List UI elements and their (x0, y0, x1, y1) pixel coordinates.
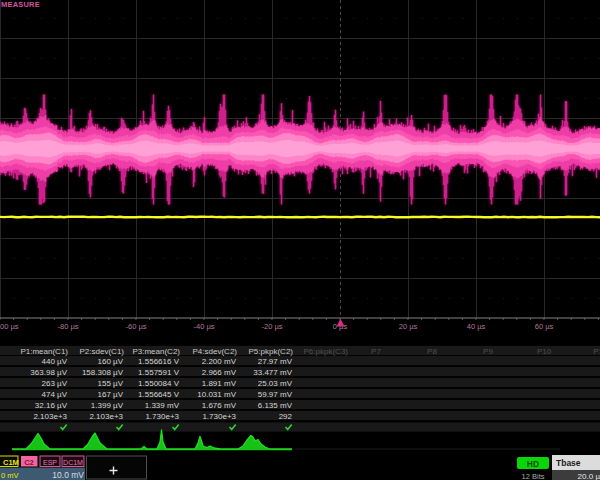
svg-text:DC1M: DC1M (63, 459, 83, 466)
svg-text:P9: P9 (483, 347, 493, 356)
svg-text:1.730e+3: 1.730e+3 (145, 412, 179, 421)
svg-text:ESP: ESP (43, 459, 57, 466)
svg-text:10.031 mV: 10.031 mV (197, 390, 236, 399)
svg-text:60 µs: 60 µs (535, 322, 554, 331)
svg-text:59.97 mV: 59.97 mV (258, 390, 293, 399)
svg-text:158.308 µV: 158.308 µV (82, 368, 124, 377)
svg-text:363.98 µV: 363.98 µV (30, 368, 67, 377)
svg-text:2.103e+3: 2.103e+3 (33, 412, 67, 421)
svg-text:160 µV: 160 µV (97, 357, 123, 366)
svg-text:P2:sdev(C1): P2:sdev(C1) (80, 347, 125, 356)
svg-text:263 µV: 263 µV (41, 379, 67, 388)
svg-text:P1:mean(C1): P1:mean(C1) (20, 347, 68, 356)
svg-text:P8: P8 (427, 347, 437, 356)
svg-text:0 mV: 0 mV (1, 471, 19, 480)
svg-text:1.730e+3: 1.730e+3 (202, 412, 236, 421)
svg-text:P5:pkpk(C2): P5:pkpk(C2) (249, 347, 294, 356)
svg-text:440 µV: 440 µV (41, 357, 67, 366)
svg-text:1.556616 V: 1.556616 V (138, 357, 180, 366)
svg-text:1.557591 V: 1.557591 V (138, 368, 180, 377)
svg-text:474 µV: 474 µV (41, 390, 67, 399)
svg-text:2.200 mV: 2.200 mV (202, 357, 237, 366)
svg-text:P10: P10 (537, 347, 552, 356)
svg-text:1.399 µV: 1.399 µV (91, 401, 124, 410)
svg-text:-20 µs: -20 µs (262, 322, 283, 331)
svg-text:-40 µs: -40 µs (194, 322, 215, 331)
svg-text:27.97 mV: 27.97 mV (258, 357, 293, 366)
svg-text:-60 µs: -60 µs (126, 322, 147, 331)
svg-text:P7: P7 (371, 347, 381, 356)
svg-text:P3:mean(C2): P3:mean(C2) (132, 347, 180, 356)
svg-text:25.03 mV: 25.03 mV (258, 379, 293, 388)
svg-text:292: 292 (279, 412, 293, 421)
svg-text:1.891 mV: 1.891 mV (202, 379, 237, 388)
svg-text:155 µV: 155 µV (97, 379, 123, 388)
svg-text:2.103e+3: 2.103e+3 (89, 412, 123, 421)
svg-text:00 µs: 00 µs (0, 322, 19, 331)
svg-text:20 µs: 20 µs (399, 322, 418, 331)
svg-text:1.556645 V: 1.556645 V (138, 390, 180, 399)
svg-text:P11: P11 (593, 347, 600, 356)
svg-text:40 µs: 40 µs (467, 322, 486, 331)
svg-text:1.550084 V: 1.550084 V (138, 379, 180, 388)
svg-text:32.16 µV: 32.16 µV (35, 401, 68, 410)
svg-text:HD: HD (527, 459, 539, 469)
svg-text:12 Bits: 12 Bits (522, 472, 545, 480)
svg-text:Tbase: Tbase (556, 458, 581, 468)
svg-text:20.0 µ: 20.0 µ (578, 472, 600, 480)
svg-text:10.0 mV: 10.0 mV (52, 470, 84, 480)
svg-text:C2: C2 (24, 458, 34, 467)
svg-text:P4:sdev(C2): P4:sdev(C2) (193, 347, 238, 356)
svg-text:1.339 mV: 1.339 mV (145, 401, 180, 410)
svg-text:MEASURE: MEASURE (1, 0, 40, 9)
svg-text:P6:pkpk(C3): P6:pkpk(C3) (304, 347, 349, 356)
svg-text:6.135 mV: 6.135 mV (258, 401, 293, 410)
svg-text:2.966 mV: 2.966 mV (202, 368, 237, 377)
svg-text:167 µV: 167 µV (97, 390, 123, 399)
svg-text:1.676 mV: 1.676 mV (202, 401, 237, 410)
svg-text:33.477 mV: 33.477 mV (253, 368, 292, 377)
svg-text:-80 µs: -80 µs (58, 322, 79, 331)
svg-text:C1M: C1M (3, 458, 19, 467)
